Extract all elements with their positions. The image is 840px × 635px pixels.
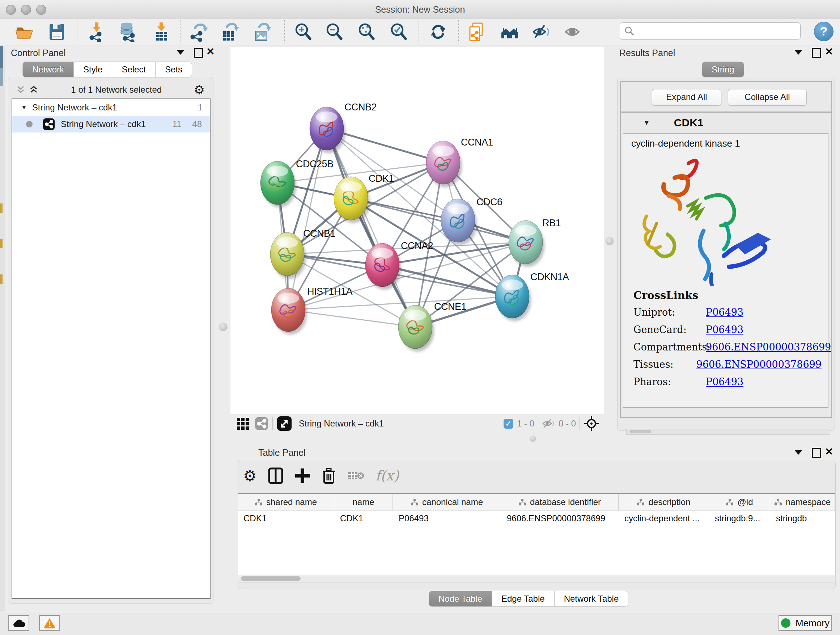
collapse-all-button[interactable]: Collapse All: [728, 89, 807, 106]
table-cell[interactable]: P06493: [393, 510, 501, 526]
bottom-splitter-handle[interactable]: [530, 435, 536, 442]
network-row-selected[interactable]: String Network – cdk1 11 48: [12, 116, 210, 133]
hide-selected-icon[interactable]: [531, 22, 552, 42]
network-options-gear-icon[interactable]: ⚙: [194, 82, 205, 97]
cloud-button[interactable]: [8, 615, 29, 631]
table-cell[interactable]: stringdb: [770, 510, 835, 526]
results-panel-menu-icon[interactable]: [794, 50, 802, 55]
column-header-shared-name[interactable]: shared name: [238, 494, 334, 510]
network-node-CCNB2[interactable]: [309, 107, 346, 153]
results-panel-close-icon[interactable]: ✕: [825, 48, 833, 56]
export-table-icon[interactable]: [219, 22, 240, 42]
table-cell[interactable]: 9606.ENSP00000378699: [501, 510, 619, 526]
left-splitter-handle[interactable]: [219, 323, 227, 331]
table-panel-menu-icon[interactable]: [794, 450, 802, 455]
results-panel-float-icon[interactable]: [812, 48, 821, 58]
tab-sets[interactable]: Sets: [156, 62, 192, 78]
selected-checkbox-icon[interactable]: ✓: [504, 419, 513, 429]
network-collection-row[interactable]: ▼ String Network – cdk1 1: [12, 99, 210, 116]
tab-network-table[interactable]: Network Table: [554, 591, 629, 607]
zoom-fit-icon[interactable]: [356, 22, 377, 42]
column-header-canonical-name[interactable]: canonical name: [393, 494, 501, 510]
expand-all-button[interactable]: Expand All: [652, 89, 722, 106]
import-network-icon[interactable]: [87, 22, 107, 42]
results-horizontal-scrollbar[interactable]: [626, 429, 830, 435]
open-in-new-window-icon[interactable]: [276, 416, 292, 432]
entry-collapse-icon[interactable]: ▼: [643, 119, 650, 127]
table-scrollbar-thumb[interactable]: [241, 576, 301, 581]
table-cell[interactable]: stringdb:9...: [709, 510, 770, 526]
right-splitter-handle[interactable]: [605, 237, 614, 245]
zoom-out-icon[interactable]: [324, 22, 344, 42]
column-header-database-identifier[interactable]: database identifier: [501, 494, 619, 510]
control-panel-float-icon[interactable]: [194, 48, 203, 58]
search-box[interactable]: [620, 22, 801, 40]
collection-collapse-icon[interactable]: ▼: [21, 104, 27, 111]
column-header-namespace[interactable]: namespace: [770, 494, 835, 510]
network-canvas[interactable]: CCNB2CCNA1CDC25BCDK1CDC6RB1CCNB1CCNA2CDK…: [231, 47, 604, 415]
refresh-icon[interactable]: [428, 22, 448, 42]
network-node-HIST1H1A[interactable]: [271, 288, 307, 334]
results-scrollbar-thumb[interactable]: [630, 430, 651, 433]
crosslink-link[interactable]: P06493: [706, 324, 744, 335]
tab-node-table[interactable]: Node Table: [429, 591, 492, 607]
control-panel-menu-icon[interactable]: [177, 50, 185, 55]
network-edge[interactable]: [327, 128, 415, 327]
crosslink-link[interactable]: P06493: [706, 376, 744, 387]
birds-eye-view-icon[interactable]: [584, 416, 600, 432]
table-cell[interactable]: cyclin-dependent ...: [619, 510, 709, 526]
column-header--id[interactable]: @id: [709, 494, 770, 510]
network-node-CCNB1[interactable]: [270, 233, 306, 279]
table-panel-close-icon[interactable]: ✕: [825, 448, 833, 456]
control-panel-close-icon[interactable]: ✕: [206, 48, 215, 56]
function-builder-icon[interactable]: f(x): [376, 468, 399, 484]
network-edge[interactable]: [288, 128, 327, 310]
copy-style-icon[interactable]: [467, 22, 487, 42]
table-options-gear-icon[interactable]: ⚙: [243, 467, 257, 485]
string-network-graph[interactable]: CCNB2CCNA1CDC25BCDK1CDC6RB1CCNB1CCNA2CDK…: [231, 47, 604, 415]
crosslink-link[interactable]: 9606.ENSP00000378699: [706, 341, 831, 353]
export-image-icon[interactable]: [252, 22, 272, 42]
tab-style[interactable]: Style: [74, 62, 112, 78]
show-columns-icon[interactable]: [268, 467, 284, 485]
share-view-icon[interactable]: [254, 416, 269, 431]
table-panel-float-icon[interactable]: [812, 448, 821, 458]
table-row[interactable]: CDK1CDK1P064939606.ENSP00000378699cyclin…: [238, 510, 835, 526]
crosslink-link[interactable]: P06493: [706, 307, 744, 318]
import-table-icon[interactable]: [151, 22, 172, 42]
results-entry-header[interactable]: ▼ CDK1: [621, 113, 831, 133]
network-edge[interactable]: [288, 310, 415, 327]
delete-column-icon[interactable]: [321, 467, 336, 485]
collapse-all-networks-icon[interactable]: [15, 84, 26, 95]
table-horizontal-scrollbar[interactable]: [238, 575, 836, 583]
search-input[interactable]: [635, 26, 800, 36]
memory-button[interactable]: Memory: [778, 615, 832, 631]
network-node-CCNA2[interactable]: [365, 243, 401, 290]
export-network-icon[interactable]: [188, 22, 209, 42]
save-session-icon[interactable]: [47, 22, 67, 42]
grid-view-icon[interactable]: [236, 417, 249, 430]
column-header-name[interactable]: name: [334, 494, 393, 510]
import-network-from-database-icon[interactable]: [117, 22, 137, 42]
tab-string[interactable]: String: [702, 62, 744, 78]
network-node-CCNA1[interactable]: [426, 141, 462, 187]
table-cell[interactable]: CDK1: [334, 510, 393, 526]
warnings-button[interactable]: [39, 615, 60, 631]
add-column-icon[interactable]: [294, 468, 310, 484]
expand-all-networks-icon[interactable]: [28, 84, 39, 95]
open-file-icon[interactable]: [14, 22, 35, 42]
zoom-selected-icon[interactable]: [388, 22, 409, 42]
network-node-CDK1[interactable]: [334, 177, 370, 223]
network-node-CCNE1[interactable]: [398, 305, 434, 352]
column-header-description[interactable]: description: [619, 494, 709, 510]
tab-select[interactable]: Select: [112, 62, 156, 78]
network-node-RB1[interactable]: [508, 220, 545, 267]
tab-edge-table[interactable]: Edge Table: [492, 591, 554, 607]
show-all-icon[interactable]: [563, 22, 583, 42]
help-button[interactable]: ?: [814, 22, 834, 41]
crosslink-link[interactable]: 9606.ENSP00000378699: [696, 359, 821, 370]
network-node-CDC6[interactable]: [441, 199, 477, 245]
delete-table-icon[interactable]: [347, 469, 365, 482]
first-neighbors-icon[interactable]: [500, 22, 520, 42]
network-node-CDKN1A[interactable]: [495, 275, 531, 321]
